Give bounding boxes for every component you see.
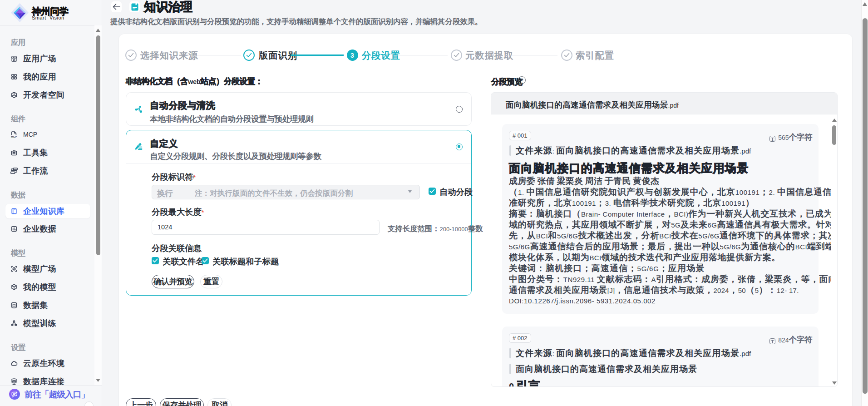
svg-text:MCP: MCP bbox=[11, 135, 17, 138]
